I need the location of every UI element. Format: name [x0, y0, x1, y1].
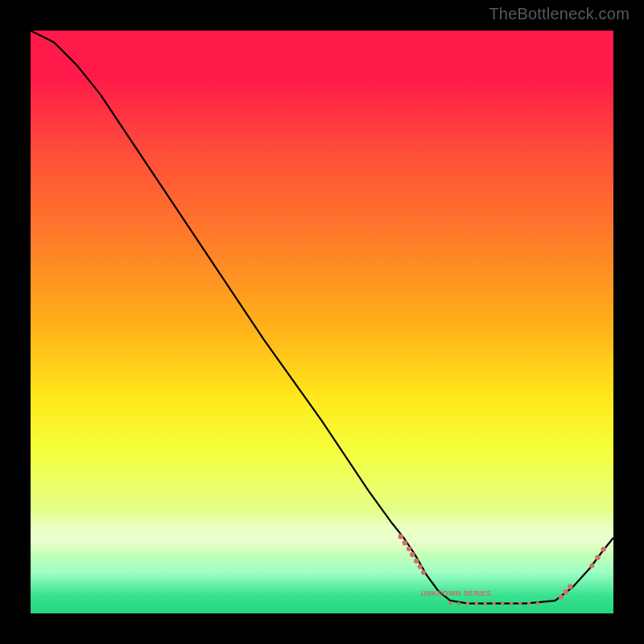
chart-point [595, 555, 600, 559]
chart-point [518, 601, 522, 605]
chart-point [402, 540, 407, 545]
chart-point [484, 601, 487, 605]
chart-svg: UNKNOWN SERIES [31, 31, 613, 613]
chart-point [414, 559, 419, 564]
chart-point [448, 601, 452, 605]
chart-point [501, 601, 504, 605]
chart-point [398, 534, 403, 539]
chart-point [457, 601, 460, 605]
chart-area: UNKNOWN SERIES [31, 31, 613, 613]
chart-curve-line [31, 31, 613, 604]
chart-point [589, 564, 594, 568]
chart-point [510, 601, 513, 605]
chart-point [536, 601, 539, 605]
chart-point [492, 601, 495, 605]
chart-point [407, 547, 411, 551]
chart-annotation: UNKNOWN SERIES [421, 589, 492, 597]
watermark-text: TheBottleneck.com [489, 5, 630, 23]
chart-point [418, 564, 423, 569]
chart-point [410, 552, 415, 557]
chart-point [466, 601, 469, 605]
chart-point [568, 584, 572, 588]
chart-point [475, 601, 478, 605]
chart-point [559, 595, 564, 600]
chart-point [601, 547, 605, 551]
chart-point [421, 570, 426, 575]
chart-point [563, 589, 568, 594]
chart-point [527, 601, 530, 605]
